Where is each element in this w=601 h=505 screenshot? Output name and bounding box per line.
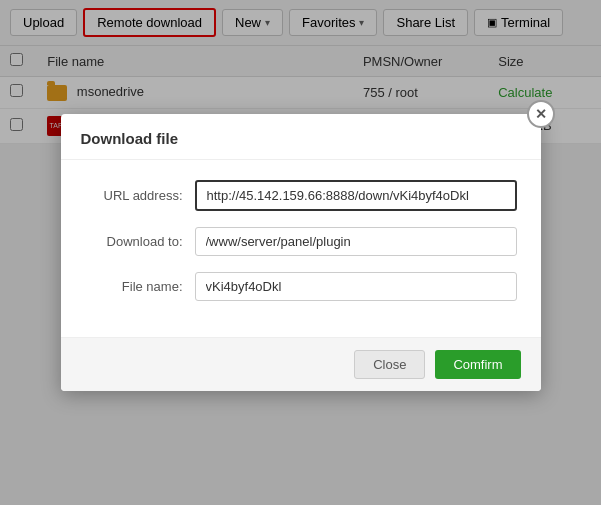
url-label: URL address: bbox=[85, 188, 195, 203]
modal-body: URL address: Download to: File name: bbox=[61, 160, 541, 337]
url-row: URL address: bbox=[85, 180, 517, 211]
modal-title: Download file bbox=[61, 114, 541, 160]
download-to-label: Download to: bbox=[85, 234, 195, 249]
file-name-row: File name: bbox=[85, 272, 517, 301]
close-button[interactable]: Close bbox=[354, 350, 425, 379]
download-dialog: ✕ Download file URL address: Download to… bbox=[61, 114, 541, 391]
download-to-input[interactable] bbox=[195, 227, 517, 256]
confirm-button[interactable]: Comfirm bbox=[435, 350, 520, 379]
modal-footer: Close Comfirm bbox=[61, 337, 541, 391]
file-name-input[interactable] bbox=[195, 272, 517, 301]
modal-overlay: ✕ Download file URL address: Download to… bbox=[0, 0, 601, 505]
modal-close-button[interactable]: ✕ bbox=[527, 100, 555, 128]
download-to-row: Download to: bbox=[85, 227, 517, 256]
file-name-label: File name: bbox=[85, 279, 195, 294]
url-input[interactable] bbox=[195, 180, 517, 211]
